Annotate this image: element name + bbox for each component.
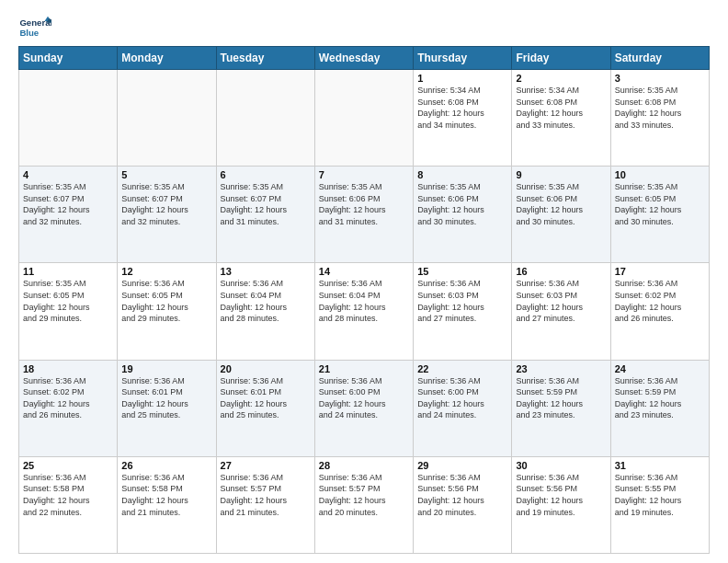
day-info: Sunrise: 5:36 AM Sunset: 6:00 PM Dayligh… bbox=[319, 375, 409, 421]
day-number: 2 bbox=[516, 73, 606, 84]
calendar-cell: 20Sunrise: 5:36 AM Sunset: 6:01 PM Dayli… bbox=[216, 360, 314, 456]
day-number: 3 bbox=[615, 73, 705, 84]
day-info: Sunrise: 5:36 AM Sunset: 6:00 PM Dayligh… bbox=[417, 375, 507, 421]
day-number: 6 bbox=[221, 169, 311, 180]
weekday-header-row: SundayMondayTuesdayWednesdayThursdayFrid… bbox=[19, 47, 710, 70]
day-info: Sunrise: 5:36 AM Sunset: 6:04 PM Dayligh… bbox=[319, 278, 409, 324]
day-info: Sunrise: 5:36 AM Sunset: 5:57 PM Dayligh… bbox=[319, 472, 409, 518]
calendar-cell: 26Sunrise: 5:36 AM Sunset: 5:58 PM Dayli… bbox=[118, 456, 216, 553]
calendar-cell bbox=[216, 70, 314, 167]
weekday-header-wednesday: Wednesday bbox=[314, 47, 413, 70]
weekday-header-monday: Monday bbox=[118, 47, 216, 70]
calendar-week-row: 4Sunrise: 5:35 AM Sunset: 6:07 PM Daylig… bbox=[19, 167, 710, 263]
day-number: 26 bbox=[121, 460, 211, 471]
day-number: 12 bbox=[121, 266, 211, 277]
calendar-cell: 23Sunrise: 5:36 AM Sunset: 5:59 PM Dayli… bbox=[512, 360, 610, 456]
day-number: 29 bbox=[417, 460, 507, 471]
day-number: 13 bbox=[221, 266, 311, 277]
calendar-cell: 25Sunrise: 5:36 AM Sunset: 5:58 PM Dayli… bbox=[19, 456, 118, 553]
calendar-cell: 10Sunrise: 5:35 AM Sunset: 6:05 PM Dayli… bbox=[610, 167, 709, 263]
day-number: 14 bbox=[319, 266, 409, 277]
calendar-cell: 22Sunrise: 5:36 AM Sunset: 6:00 PM Dayli… bbox=[414, 360, 512, 456]
day-info: Sunrise: 5:36 AM Sunset: 5:56 PM Dayligh… bbox=[417, 472, 507, 518]
calendar-cell: 30Sunrise: 5:36 AM Sunset: 5:56 PM Dayli… bbox=[512, 456, 610, 553]
calendar-cell: 17Sunrise: 5:36 AM Sunset: 6:02 PM Dayli… bbox=[610, 263, 709, 360]
day-info: Sunrise: 5:36 AM Sunset: 5:59 PM Dayligh… bbox=[615, 375, 705, 421]
calendar-table: SundayMondayTuesdayWednesdayThursdayFrid… bbox=[18, 46, 710, 554]
calendar-cell bbox=[118, 70, 216, 167]
day-number: 8 bbox=[417, 169, 507, 180]
day-number: 1 bbox=[417, 73, 507, 84]
day-number: 11 bbox=[23, 266, 113, 277]
day-number: 21 bbox=[319, 363, 409, 374]
day-info: Sunrise: 5:36 AM Sunset: 5:57 PM Dayligh… bbox=[221, 472, 311, 518]
calendar-cell: 14Sunrise: 5:36 AM Sunset: 6:04 PM Dayli… bbox=[314, 263, 413, 360]
calendar-cell bbox=[314, 70, 413, 167]
day-info: Sunrise: 5:35 AM Sunset: 6:06 PM Dayligh… bbox=[417, 181, 507, 227]
day-info: Sunrise: 5:36 AM Sunset: 5:59 PM Dayligh… bbox=[516, 375, 606, 421]
calendar-week-row: 1Sunrise: 5:34 AM Sunset: 6:08 PM Daylig… bbox=[19, 70, 710, 167]
day-info: Sunrise: 5:36 AM Sunset: 6:04 PM Dayligh… bbox=[221, 278, 311, 324]
day-info: Sunrise: 5:36 AM Sunset: 6:03 PM Dayligh… bbox=[417, 278, 507, 324]
day-number: 4 bbox=[23, 169, 113, 180]
day-info: Sunrise: 5:35 AM Sunset: 6:07 PM Dayligh… bbox=[23, 181, 113, 227]
day-info: Sunrise: 5:36 AM Sunset: 5:55 PM Dayligh… bbox=[615, 472, 705, 518]
calendar-cell: 7Sunrise: 5:35 AM Sunset: 6:06 PM Daylig… bbox=[314, 167, 413, 263]
logo-icon: General Blue bbox=[18, 15, 51, 40]
calendar-cell: 21Sunrise: 5:36 AM Sunset: 6:00 PM Dayli… bbox=[314, 360, 413, 456]
day-info: Sunrise: 5:36 AM Sunset: 6:03 PM Dayligh… bbox=[516, 278, 606, 324]
calendar-cell: 3Sunrise: 5:35 AM Sunset: 6:08 PM Daylig… bbox=[610, 70, 709, 167]
weekday-header-friday: Friday bbox=[512, 47, 610, 70]
calendar-cell: 2Sunrise: 5:34 AM Sunset: 6:08 PM Daylig… bbox=[512, 70, 610, 167]
day-number: 17 bbox=[615, 266, 705, 277]
day-info: Sunrise: 5:36 AM Sunset: 6:01 PM Dayligh… bbox=[221, 375, 311, 421]
day-number: 23 bbox=[516, 363, 606, 374]
calendar-cell: 27Sunrise: 5:36 AM Sunset: 5:57 PM Dayli… bbox=[216, 456, 314, 553]
weekday-header-tuesday: Tuesday bbox=[216, 47, 314, 70]
day-number: 27 bbox=[221, 460, 311, 471]
calendar-cell: 15Sunrise: 5:36 AM Sunset: 6:03 PM Dayli… bbox=[414, 263, 512, 360]
day-info: Sunrise: 5:35 AM Sunset: 6:07 PM Dayligh… bbox=[121, 181, 211, 227]
day-number: 7 bbox=[319, 169, 409, 180]
svg-text:Blue: Blue bbox=[19, 28, 39, 38]
day-number: 16 bbox=[516, 266, 606, 277]
day-number: 5 bbox=[121, 169, 211, 180]
day-info: Sunrise: 5:35 AM Sunset: 6:06 PM Dayligh… bbox=[319, 181, 409, 227]
calendar-cell bbox=[19, 70, 118, 167]
calendar-cell: 5Sunrise: 5:35 AM Sunset: 6:07 PM Daylig… bbox=[118, 167, 216, 263]
calendar-cell: 29Sunrise: 5:36 AM Sunset: 5:56 PM Dayli… bbox=[414, 456, 512, 553]
day-info: Sunrise: 5:36 AM Sunset: 5:58 PM Dayligh… bbox=[121, 472, 211, 518]
header: General Blue bbox=[18, 15, 710, 40]
day-info: Sunrise: 5:36 AM Sunset: 6:02 PM Dayligh… bbox=[615, 278, 705, 324]
calendar-cell: 18Sunrise: 5:36 AM Sunset: 6:02 PM Dayli… bbox=[19, 360, 118, 456]
day-info: Sunrise: 5:35 AM Sunset: 6:08 PM Dayligh… bbox=[615, 85, 705, 131]
day-number: 24 bbox=[615, 363, 705, 374]
day-info: Sunrise: 5:36 AM Sunset: 5:58 PM Dayligh… bbox=[23, 472, 113, 518]
logo: General Blue bbox=[18, 15, 51, 40]
day-info: Sunrise: 5:36 AM Sunset: 6:05 PM Dayligh… bbox=[121, 278, 211, 324]
calendar-cell: 6Sunrise: 5:35 AM Sunset: 6:07 PM Daylig… bbox=[216, 167, 314, 263]
calendar-cell: 13Sunrise: 5:36 AM Sunset: 6:04 PM Dayli… bbox=[216, 263, 314, 360]
day-info: Sunrise: 5:36 AM Sunset: 6:01 PM Dayligh… bbox=[121, 375, 211, 421]
day-info: Sunrise: 5:35 AM Sunset: 6:05 PM Dayligh… bbox=[615, 181, 705, 227]
day-info: Sunrise: 5:35 AM Sunset: 6:06 PM Dayligh… bbox=[516, 181, 606, 227]
calendar-cell: 24Sunrise: 5:36 AM Sunset: 5:59 PM Dayli… bbox=[610, 360, 709, 456]
calendar-cell: 19Sunrise: 5:36 AM Sunset: 6:01 PM Dayli… bbox=[118, 360, 216, 456]
day-number: 25 bbox=[23, 460, 113, 471]
day-number: 31 bbox=[615, 460, 705, 471]
weekday-header-saturday: Saturday bbox=[610, 47, 709, 70]
day-number: 10 bbox=[615, 169, 705, 180]
day-info: Sunrise: 5:34 AM Sunset: 6:08 PM Dayligh… bbox=[417, 85, 507, 131]
calendar-cell: 31Sunrise: 5:36 AM Sunset: 5:55 PM Dayli… bbox=[610, 456, 709, 553]
day-info: Sunrise: 5:36 AM Sunset: 5:56 PM Dayligh… bbox=[516, 472, 606, 518]
calendar-week-row: 11Sunrise: 5:35 AM Sunset: 6:05 PM Dayli… bbox=[19, 263, 710, 360]
day-number: 19 bbox=[121, 363, 211, 374]
day-number: 9 bbox=[516, 169, 606, 180]
day-number: 22 bbox=[417, 363, 507, 374]
calendar-cell: 28Sunrise: 5:36 AM Sunset: 5:57 PM Dayli… bbox=[314, 456, 413, 553]
day-number: 20 bbox=[221, 363, 311, 374]
calendar-cell: 9Sunrise: 5:35 AM Sunset: 6:06 PM Daylig… bbox=[512, 167, 610, 263]
day-info: Sunrise: 5:34 AM Sunset: 6:08 PM Dayligh… bbox=[516, 85, 606, 131]
weekday-header-thursday: Thursday bbox=[414, 47, 512, 70]
calendar-week-row: 25Sunrise: 5:36 AM Sunset: 5:58 PM Dayli… bbox=[19, 456, 710, 553]
